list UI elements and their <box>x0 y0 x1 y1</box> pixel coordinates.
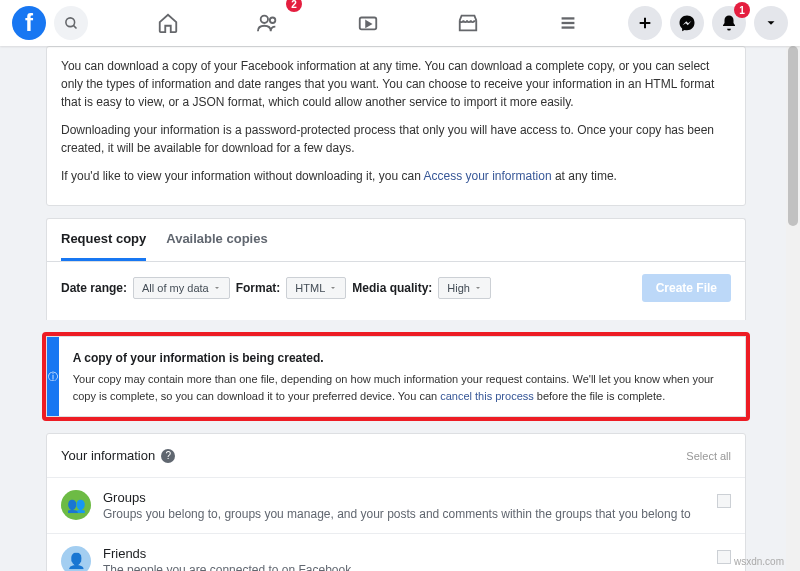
friends-icon <box>257 12 279 34</box>
watch-icon <box>357 12 379 34</box>
info-icon: ⓘ <box>48 370 58 384</box>
checkbox[interactable] <box>717 550 731 564</box>
nav-home[interactable] <box>138 0 198 46</box>
media-quality-label: Media quality: <box>352 281 432 295</box>
caret-down-icon <box>764 16 778 30</box>
caret-down-icon <box>213 284 221 292</box>
tabs: Request copy Available copies <box>47 219 745 262</box>
alert-banner: ⓘ A copy of your information is being cr… <box>46 336 746 417</box>
intro-p3: If you'd like to view your information w… <box>61 167 731 185</box>
info-section-card: Your information ? Select all 👥GroupsGro… <box>46 433 746 571</box>
messenger-button[interactable] <box>670 6 704 40</box>
scrollbar-track[interactable] <box>786 46 800 571</box>
info-desc: Groups you belong to, groups you manage,… <box>103 507 707 521</box>
facebook-logo[interactable]: f <box>12 6 46 40</box>
svg-point-3 <box>270 18 276 24</box>
marketplace-icon <box>457 12 479 34</box>
info-row-groups[interactable]: 👥GroupsGroups you belong to, groups you … <box>47 477 745 533</box>
page-content: You can download a copy of your Facebook… <box>0 46 800 571</box>
svg-point-0 <box>65 17 74 26</box>
alert-highlight: ⓘ A copy of your information is being cr… <box>42 332 750 421</box>
nav-right: 1 <box>628 6 788 40</box>
intro-p1: You can download a copy of your Facebook… <box>61 57 731 111</box>
messenger-icon <box>678 14 696 32</box>
access-info-link[interactable]: Access your information <box>424 169 552 183</box>
svg-point-2 <box>261 16 268 23</box>
format-label: Format: <box>236 281 281 295</box>
nav-menu[interactable] <box>538 0 598 46</box>
filters-row: Date range: All of my data Format: HTML … <box>47 262 745 314</box>
search-button[interactable] <box>54 6 88 40</box>
date-range-select[interactable]: All of my data <box>133 277 230 299</box>
top-bar: f 2 1 <box>0 0 800 46</box>
svg-line-1 <box>73 25 76 28</box>
plus-icon <box>637 15 653 31</box>
info-title: Friends <box>103 546 707 561</box>
caret-down-icon <box>474 284 482 292</box>
create-file-button[interactable]: Create File <box>642 274 731 302</box>
info-title: Groups <box>103 490 707 505</box>
cancel-process-link[interactable]: cancel this process <box>440 390 534 402</box>
intro-p2: Downloading your information is a passwo… <box>61 121 731 157</box>
tab-request-copy[interactable]: Request copy <box>61 219 146 261</box>
request-card: Request copy Available copies Date range… <box>46 218 746 320</box>
tab-available-copies[interactable]: Available copies <box>166 219 267 261</box>
info-desc: The people you are connected to on Faceb… <box>103 563 707 571</box>
media-quality-select[interactable]: High <box>438 277 491 299</box>
select-all-link[interactable]: Select all <box>686 450 731 462</box>
info-row-friends[interactable]: 👤FriendsThe people you are connected to … <box>47 533 745 571</box>
create-button[interactable] <box>628 6 662 40</box>
your-information-heading: Your information ? Select all <box>47 434 745 477</box>
intro-card: You can download a copy of your Facebook… <box>46 46 746 206</box>
help-icon[interactable]: ? <box>161 449 175 463</box>
category-icon: 👥 <box>61 490 91 520</box>
alert-title: A copy of your information is being crea… <box>73 349 731 367</box>
watermark: wsxdn.com <box>734 556 784 567</box>
alert-bar: ⓘ <box>47 337 59 416</box>
category-icon: 👤 <box>61 546 91 571</box>
nav-center: 2 <box>108 0 628 46</box>
friends-badge: 2 <box>286 0 302 12</box>
bell-icon <box>720 14 738 32</box>
caret-down-icon <box>329 284 337 292</box>
home-icon <box>157 12 179 34</box>
alert-text: Your copy may contain more than one file… <box>73 371 731 404</box>
nav-friends[interactable]: 2 <box>238 0 298 46</box>
checkbox[interactable] <box>717 494 731 508</box>
scrollbar-thumb[interactable] <box>788 46 798 226</box>
notifications-badge: 1 <box>734 2 750 18</box>
search-icon <box>64 16 79 31</box>
date-range-label: Date range: <box>61 281 127 295</box>
nav-marketplace[interactable] <box>438 0 498 46</box>
menu-icon <box>557 12 579 34</box>
account-button[interactable] <box>754 6 788 40</box>
notifications-button[interactable]: 1 <box>712 6 746 40</box>
nav-watch[interactable] <box>338 0 398 46</box>
format-select[interactable]: HTML <box>286 277 346 299</box>
